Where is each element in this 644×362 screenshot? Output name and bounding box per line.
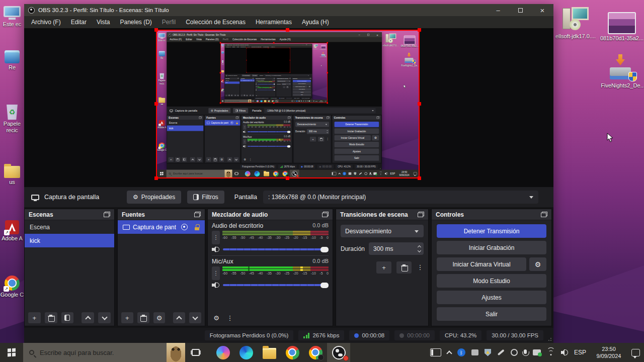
duration-spinbox[interactable]: 300 ms xyxy=(369,242,424,255)
scene-down-button[interactable] xyxy=(98,312,111,323)
close-button[interactable]: × xyxy=(531,4,553,16)
transition-menu-button[interactable]: ⋮ xyxy=(417,261,424,273)
widgets-icon[interactable] xyxy=(430,348,441,356)
volume-icon[interactable] xyxy=(561,349,568,355)
popout-icon[interactable] xyxy=(194,212,201,217)
language-indicator[interactable]: ESP xyxy=(574,349,586,356)
desktop-icon-chrome[interactable]: ↗ Google C xyxy=(0,276,24,298)
desktop-icon-users-folder[interactable]: us xyxy=(0,164,24,186)
scene-filters-button[interactable] xyxy=(61,312,74,323)
transitions-panel-header[interactable]: Transiciones de escena xyxy=(336,209,428,220)
mixer-panel-header[interactable]: Mezclador de audio xyxy=(208,209,333,220)
scene-item-kick[interactable]: kick xyxy=(25,234,114,247)
settings-button[interactable]: Ajustes xyxy=(437,291,546,304)
pen-icon[interactable] xyxy=(497,351,505,353)
remove-scene-button[interactable] xyxy=(45,312,57,323)
add-transition-button[interactable]: + xyxy=(376,261,391,274)
scene-up-button[interactable] xyxy=(82,312,94,323)
app-window-tray-icon[interactable] xyxy=(471,349,478,355)
taskbar-clock[interactable]: 23:50 9/09/2024 xyxy=(592,345,625,360)
resize-handle[interactable] xyxy=(418,28,421,32)
source-properties-button[interactable]: ⚙ xyxy=(153,312,166,323)
desktop-icon-fivenights-installer[interactable]: FiveNights2_De... xyxy=(600,54,644,89)
resize-handle[interactable] xyxy=(154,102,158,106)
resize-handle[interactable] xyxy=(154,176,158,180)
desktop-icon-blue-device[interactable]: Re xyxy=(0,50,24,71)
stop-streaming-button[interactable]: Detener Transmisión xyxy=(437,224,546,238)
source-up-button[interactable] xyxy=(173,312,185,323)
obs-tray-icon[interactable] xyxy=(511,349,518,356)
visibility-eye-icon[interactable] xyxy=(181,224,188,230)
source-down-button[interactable] xyxy=(189,312,201,323)
menu-vista[interactable]: Vista xyxy=(92,17,115,27)
minimize-button[interactable]: – xyxy=(487,4,509,16)
wifi-icon[interactable] xyxy=(547,349,555,355)
desktop-icon-recycle-bin[interactable]: ♻ Papele recic xyxy=(0,105,24,133)
resize-handle[interactable] xyxy=(418,176,421,180)
scenes-panel-header[interactable]: Escenas xyxy=(25,209,114,220)
resize-grip[interactable] xyxy=(548,337,552,341)
wallet-icon[interactable] xyxy=(533,349,541,355)
source-item-captura[interactable]: Captura de pant xyxy=(118,220,205,234)
exit-button[interactable]: Salir xyxy=(437,307,546,321)
add-source-button[interactable]: + xyxy=(121,312,133,323)
channel-menu-button[interactable]: ⋮ xyxy=(212,266,220,280)
resize-handle[interactable] xyxy=(286,28,289,32)
remove-transition-button[interactable] xyxy=(396,261,412,274)
notification-center-icon[interactable] xyxy=(631,349,640,356)
resize-handle[interactable] xyxy=(286,176,289,180)
search-highlight-owl-image[interactable] xyxy=(167,343,185,362)
popout-icon[interactable] xyxy=(322,212,329,217)
taskbar-app-chrome[interactable] xyxy=(281,343,304,362)
filters-button[interactable]: Filtros xyxy=(187,191,224,204)
menu-editar[interactable]: Editar xyxy=(66,17,92,27)
sources-panel-header[interactable]: Fuentes xyxy=(118,209,205,220)
speaker-icon[interactable] xyxy=(212,282,220,289)
menu-paneles[interactable]: Paneles (D) xyxy=(115,17,157,27)
controls-panel-header[interactable]: Controles xyxy=(432,209,551,220)
volume-slider[interactable] xyxy=(223,248,329,250)
menu-perfil[interactable]: Perfil xyxy=(157,17,181,27)
speaker-icon[interactable] xyxy=(212,246,220,253)
resize-handle[interactable] xyxy=(154,28,158,32)
screen-select[interactable]: : 1366x768 @ 0.0 (Monitor principal) xyxy=(263,191,538,204)
menu-coleccion-escenas[interactable]: Colección de Escenas xyxy=(181,17,251,27)
security-shield-icon[interactable] xyxy=(485,349,491,356)
start-recording-button[interactable]: Iniciar Grabación xyxy=(437,241,546,254)
advanced-audio-button[interactable]: ⚙ xyxy=(211,312,221,323)
title-bar[interactable]: OBS 30.2.3 - Perfil: Sin Título - Escena… xyxy=(24,4,553,16)
taskbar-app-edge[interactable] xyxy=(234,343,258,362)
popout-icon[interactable] xyxy=(418,212,424,217)
resize-handle[interactable] xyxy=(418,102,421,106)
taskbar-app-chrome-2[interactable] xyxy=(304,343,327,362)
taskbar-search[interactable] xyxy=(23,343,185,362)
taskbar-app-obs[interactable] xyxy=(327,343,350,362)
add-scene-button[interactable]: + xyxy=(28,312,41,323)
popout-icon[interactable] xyxy=(541,212,547,217)
spin-down-icon[interactable] xyxy=(418,249,421,252)
scene-item-escena[interactable]: Escena xyxy=(25,220,114,234)
properties-button[interactable]: ⚙ Propiedades xyxy=(127,191,181,204)
tray-chevron-up-icon[interactable] xyxy=(447,349,451,355)
menu-herramientas[interactable]: Herramientas xyxy=(251,17,297,27)
popout-icon[interactable] xyxy=(104,212,110,217)
studio-mode-button[interactable]: Modo Estudio xyxy=(437,274,546,288)
taskbar-app-explorer[interactable] xyxy=(258,343,281,362)
start-button[interactable] xyxy=(0,343,23,362)
transition-select[interactable]: Desvanecimiento xyxy=(341,225,424,237)
desktop-icon-jdk-installer[interactable]: ellsoft-jdk17.0.... xyxy=(552,6,599,40)
task-view-button[interactable] xyxy=(185,343,206,362)
slider-handle[interactable] xyxy=(320,247,329,252)
desktop-icon-image-file[interactable]: 081b70d1-35a2... xyxy=(599,12,644,42)
start-virtual-camera-button[interactable]: Iniciar Cámara Virtual xyxy=(437,257,526,271)
slider-handle[interactable] xyxy=(320,283,329,288)
maximize-button[interactable] xyxy=(509,4,531,16)
menu-ayuda[interactable]: Ayuda (H) xyxy=(297,17,334,27)
capture-selection[interactable]: Este ec Re ♻ Papele recic us ↗ Adobe A ↗… xyxy=(156,30,420,178)
virtual-camera-settings-button[interactable]: ⚙ xyxy=(529,257,546,271)
bluetooth-icon[interactable]: ᛒ xyxy=(457,348,465,356)
channel-menu-button[interactable]: ⋮ xyxy=(212,231,220,244)
unlock-icon[interactable] xyxy=(195,224,200,230)
taskbar-app-copilot[interactable] xyxy=(211,343,234,362)
mixer-menu-button[interactable]: ⋮ xyxy=(226,312,233,323)
